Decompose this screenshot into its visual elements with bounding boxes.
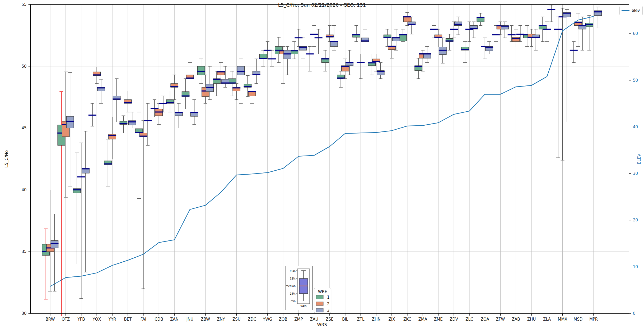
inset-label-median: median — [286, 285, 296, 288]
inset-label-min: min — [291, 300, 296, 303]
station-label-ZLA: ZLA — [543, 317, 551, 322]
box-ZOB-wre3 — [284, 50, 291, 59]
station-label-CDB: CDB — [155, 317, 163, 322]
station-label-JNU: JNU — [186, 317, 194, 322]
station-label-ZMA: ZMA — [418, 317, 427, 322]
right-tick-label-10: 10 — [633, 265, 638, 269]
inset-label-max: max — [290, 269, 296, 272]
box-OTZ-wre3 — [66, 116, 74, 128]
right-tick-label-30: 30 — [633, 171, 638, 176]
box-BET-wre3 — [128, 121, 136, 125]
inset-frame — [286, 266, 312, 310]
station-label-ZFW: ZFW — [496, 317, 505, 322]
station-label-ZTL: ZTL — [357, 317, 365, 322]
station-label-YYR: YYR — [108, 317, 116, 322]
elev-legend: elev — [620, 6, 643, 15]
station-label-ZHN: ZHN — [372, 317, 381, 322]
inset-box-anatomy: max75%median25%minWRS — [286, 266, 312, 310]
station-label-ZHU: ZHU — [527, 317, 536, 322]
station-label-ZNY: ZNY — [217, 317, 225, 322]
left-tick-label-30: 30 — [21, 311, 26, 316]
box-YFB-wre1 — [73, 189, 81, 193]
box-ZBW-wre1 — [197, 66, 205, 75]
left-tick-label-40: 40 — [21, 188, 26, 192]
right-tick-label-60: 60 — [633, 31, 638, 36]
legend-swatch-1 — [316, 295, 323, 299]
station-label-BIL: BIL — [342, 317, 348, 322]
left-axis-label: L5_C/No — [4, 150, 9, 167]
wre-legend: WRE123 — [314, 288, 331, 313]
station-label-FAI: FAI — [141, 317, 146, 322]
station-label-ZKC: ZKC — [403, 317, 411, 322]
station-label-ZDC: ZDC — [248, 317, 256, 322]
right-tick-label-20: 20 — [633, 218, 638, 222]
box-ZDV-wre3 — [455, 22, 462, 25]
station-label-BRW: BRW — [46, 317, 55, 322]
station-label-ZME: ZME — [434, 317, 443, 322]
station-label-ZOB: ZOB — [279, 317, 287, 322]
station-label-BET: BET — [124, 317, 132, 322]
left-tick-label-55: 55 — [21, 2, 26, 7]
legend-label-3: 3 — [327, 308, 330, 313]
box-MPR-wre1 — [586, 23, 593, 27]
wre-legend-title: WRE — [318, 289, 327, 294]
station-label-ZJX: ZJX — [389, 317, 395, 322]
station-label-ZAN: ZAN — [170, 317, 179, 322]
station-label-MPR: MPR — [589, 317, 598, 322]
legend-label-1: 1 — [327, 295, 330, 300]
inset-label-25%: 25% — [290, 292, 296, 295]
station-label-ZAB: ZAB — [512, 317, 520, 322]
station-label-ZMP: ZMP — [294, 317, 303, 322]
box-ZLA-wre1 — [539, 25, 546, 29]
x-axis-label: WRS — [317, 322, 327, 327]
legend-label-2: 2 — [327, 302, 330, 306]
left-tick-label-50: 50 — [21, 64, 26, 69]
elev-line — [50, 16, 594, 286]
station-label-OTZ: OTZ — [62, 317, 70, 322]
left-tick-label-35: 35 — [21, 249, 26, 254]
station-label-MSD: MSD — [573, 317, 582, 322]
elev-legend-label: elev — [632, 8, 640, 13]
right-tick-label-50: 50 — [633, 78, 638, 83]
chart-title: L5_C/No: Sun 02/22/2026 - GEO: 131 — [278, 2, 366, 8]
right-tick-label-40: 40 — [633, 125, 638, 129]
box-ZAB-wre2 — [512, 37, 520, 42]
station-label-YWG: YWG — [263, 317, 272, 322]
box-series — [42, 5, 602, 316]
chart-canvas: 3035404550550102030405060BRWOTZYFBYQXYYR… — [0, 0, 644, 328]
right-axis-label: ELEV — [637, 154, 642, 164]
station-label-ZAU: ZAU — [310, 317, 318, 322]
station-label-YQX: YQX — [92, 317, 101, 322]
left-tick-label-45: 45 — [21, 126, 26, 130]
figure-boxplot-elev: 3035404550550102030405060BRWOTZYFBYQXYYR… — [0, 0, 644, 328]
inset-xlabel: WRS — [300, 305, 306, 308]
station-label-ZOA: ZOA — [481, 317, 489, 322]
station-label-ZBW: ZBW — [201, 317, 210, 322]
box-ZME-wre3 — [439, 47, 446, 54]
legend-swatch-3 — [316, 308, 323, 312]
legend-swatch-2 — [316, 302, 323, 306]
station-label-ZDV: ZDV — [450, 317, 458, 322]
station-label-MMX: MMX — [558, 317, 567, 322]
gridlines — [31, 4, 629, 313]
box-BRW-wre3 — [51, 240, 58, 248]
station-label-ZSE: ZSE — [326, 317, 333, 322]
box-ZSU-wre3 — [237, 66, 245, 75]
elev-line-group — [50, 16, 594, 286]
station-label-YFB: YFB — [77, 317, 85, 322]
right-tick-label-0: 0 — [633, 311, 636, 316]
inset-label-75%: 75% — [290, 277, 296, 280]
station-label-ZSU: ZSU — [232, 317, 241, 322]
box-ZBW-wre3 — [206, 84, 213, 92]
station-label-ZLC: ZLC — [465, 317, 473, 322]
